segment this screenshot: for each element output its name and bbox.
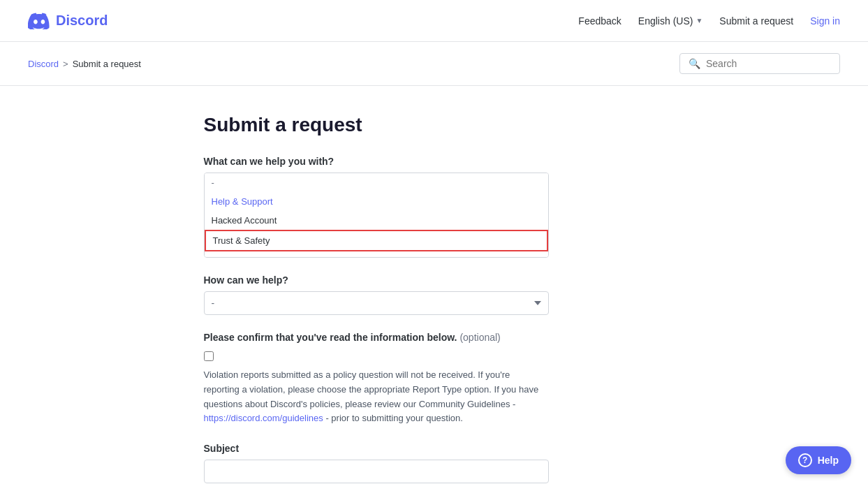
breadcrumb-bar: Discord > Submit a request 🔍 xyxy=(0,42,868,86)
submit-request-link[interactable]: Submit a request xyxy=(719,15,793,27)
help-circle-icon: ? xyxy=(798,453,812,467)
logo-text: Discord xyxy=(56,13,108,29)
main-content: Submit a request What can we help you wi… xyxy=(190,86,679,491)
help-button-label: Help xyxy=(818,455,839,466)
listbox-option-placeholder[interactable]: - xyxy=(205,173,548,192)
sign-in-link[interactable]: Sign in xyxy=(810,15,840,27)
subject-input[interactable] xyxy=(204,460,549,483)
listbox-option-trust-safety[interactable]: Trust & Safety xyxy=(205,230,548,251)
header-nav: Feedback English (US) ▼ Submit a request… xyxy=(578,15,840,27)
what-help-group: What can we help you with? - Help & Supp… xyxy=(204,156,665,258)
help-button[interactable]: ? Help xyxy=(786,446,851,474)
breadcrumb-current: Submit a request xyxy=(73,59,141,69)
confirm-section: Please confirm that you've read the info… xyxy=(204,332,665,426)
subject-group: Subject xyxy=(204,443,665,483)
confirm-label: Please confirm that you've read the info… xyxy=(204,332,665,343)
subject-label: Subject xyxy=(204,443,665,454)
how-help-select[interactable]: - xyxy=(204,291,549,315)
how-help-group: How can we help? - xyxy=(204,274,665,315)
help-topic-listbox[interactable]: - Help & Support Hacked Account Trust & … xyxy=(204,173,549,258)
confirm-checkbox-row xyxy=(204,350,665,361)
header: Discord Feedback English (US) ▼ Submit a… xyxy=(0,0,868,42)
search-input[interactable] xyxy=(706,58,831,69)
what-help-label: What can we help you with? xyxy=(204,156,665,167)
guidelines-link[interactable]: https://discord.com/guidelines xyxy=(204,413,323,423)
search-box: 🔍 xyxy=(679,53,840,74)
discord-logo-icon xyxy=(28,13,50,29)
language-selector[interactable]: English (US) ▼ xyxy=(638,15,703,27)
discord-logo-link[interactable]: Discord xyxy=(28,13,108,29)
breadcrumb: Discord > Submit a request xyxy=(28,59,141,69)
breadcrumb-separator: > xyxy=(63,59,68,69)
violation-text: Violation reports submitted as a policy … xyxy=(204,368,546,426)
breadcrumb-discord[interactable]: Discord xyxy=(28,59,59,69)
confirm-checkbox[interactable] xyxy=(204,351,214,361)
chevron-down-icon: ▼ xyxy=(696,17,703,24)
listbox-option-billing[interactable]: Billing xyxy=(205,251,548,258)
listbox-option-hacked-account[interactable]: Hacked Account xyxy=(205,211,548,230)
page-title: Submit a request xyxy=(204,114,665,136)
listbox-option-help-support[interactable]: Help & Support xyxy=(205,192,548,211)
optional-tag-text: (optional) xyxy=(459,332,500,343)
search-icon: 🔍 xyxy=(689,58,700,69)
feedback-link[interactable]: Feedback xyxy=(578,15,621,27)
how-help-label: How can we help? xyxy=(204,274,665,286)
